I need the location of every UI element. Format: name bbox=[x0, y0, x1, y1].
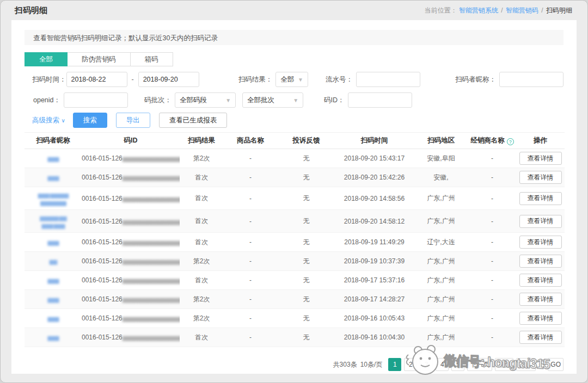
view-detail-button[interactable]: 查看详情 bbox=[519, 192, 562, 205]
view-detail-button[interactable]: 查看详情 bbox=[519, 312, 562, 325]
view-detail-button[interactable]: 查看详情 bbox=[519, 274, 562, 287]
complaint-feedback-cell: 无 bbox=[278, 328, 335, 347]
scanner-nickname-cell[interactable]: ▆▆▆ bbox=[24, 309, 82, 328]
table-row: ▆▆0016-015-126▆▆▆▆▆▆▆▆▆▆▆▆▆▆▆▆▆▆▆▆▆▆第2次-… bbox=[24, 252, 565, 271]
scan-time-cell: 2018-09-16 10:04:30 bbox=[335, 328, 414, 347]
redacted-nickname: ▆▆▆ bbox=[24, 238, 82, 246]
column-header-8: 经销商名称? bbox=[468, 133, 516, 149]
page-button-4[interactable]: 4 bbox=[436, 358, 449, 371]
per-page-size: 10条/页 bbox=[360, 360, 383, 369]
breadcrumb-item[interactable]: 智能营销码 bbox=[506, 7, 538, 14]
search-button[interactable]: 搜索 bbox=[73, 113, 107, 128]
code-id-cell: 0016-015-126▆▆▆▆▆▆▆▆▆▆▆▆▆▆▆▆▆▆▆▆▆▆ bbox=[82, 187, 180, 210]
column-header-5: 投诉反馈 bbox=[278, 133, 335, 149]
openid-input[interactable] bbox=[64, 92, 128, 108]
scanner-nickname-cell[interactable]: ▆▆▆ bbox=[24, 290, 82, 309]
page-button-2[interactable]: 2 bbox=[404, 358, 417, 371]
scanner-nickname-cell[interactable]: ▆▆ bbox=[24, 252, 82, 271]
redacted-nickname: ▆▆▆ bbox=[24, 333, 82, 341]
breadcrumb-item[interactable]: 智能营销系统 bbox=[459, 7, 498, 14]
scan-time-cell: 2018-09-20 15:42:26 bbox=[335, 168, 414, 187]
scanner-nickname-cell[interactable]: ▆▆▆ bbox=[24, 233, 82, 252]
scan-result-cell: 首次 bbox=[180, 210, 223, 233]
view-detail-button[interactable]: 查看详情 bbox=[519, 236, 562, 249]
redacted-text: ▆▆▆ ▆▆▆▆▆ bbox=[38, 192, 68, 199]
page-jump-go-button[interactable]: GO bbox=[548, 358, 564, 371]
code-id-input[interactable] bbox=[348, 92, 412, 108]
scanner-nickname-cell[interactable]: ▆▆▆ bbox=[24, 149, 82, 168]
breadcrumb-separator: / bbox=[540, 7, 545, 14]
table-row: ▆▆▆0016-015-126▆▆▆▆▆▆▆▆▆▆▆▆▆▆▆▆▆▆▆▆▆▆首次-… bbox=[24, 271, 565, 290]
complaint-feedback-cell: 无 bbox=[278, 252, 335, 271]
scan-region-cell: 广东,广州 bbox=[414, 187, 468, 210]
view-detail-button[interactable]: 查看详情 bbox=[519, 152, 562, 165]
action-cell: 查看详情 bbox=[516, 187, 565, 210]
code-id-prefix: 0016-015-126 bbox=[82, 174, 122, 181]
page-button-3[interactable]: 3 bbox=[420, 358, 433, 371]
column-header-1: 扫码者昵称 bbox=[24, 133, 82, 149]
scan-result-cell: 首次 bbox=[180, 168, 223, 187]
scanner-nickname-input[interactable] bbox=[499, 72, 564, 87]
advanced-search-link[interactable]: 高级搜索 ∨ bbox=[32, 116, 65, 125]
page-button-5[interactable]: 5 bbox=[451, 358, 464, 371]
redacted-code-id: ▆▆▆▆▆▆▆▆▆▆▆▆▆▆▆▆▆▆▆▆▆▆ bbox=[122, 316, 180, 322]
view-detail-button[interactable]: 查看详情 bbox=[519, 171, 562, 184]
scan-region-cell: 广东,广州 bbox=[414, 328, 468, 347]
scan-region-cell: 广东,广州 bbox=[414, 252, 468, 271]
view-detail-button[interactable]: 查看详情 bbox=[519, 331, 562, 344]
scanner-nickname-cell[interactable]: ▆▆▆ bbox=[24, 271, 82, 290]
table-row: ▆▆▆0016-015-126▆▆▆▆▆▆▆▆▆▆▆▆▆▆▆▆▆▆▆▆▆▆第2次… bbox=[24, 290, 565, 309]
column-header-7: 扫码地区 bbox=[414, 133, 468, 149]
redacted-nickname: ▆▆▆ bbox=[24, 314, 82, 322]
code-id-prefix: 0016-015-126 bbox=[82, 333, 122, 341]
complaint-feedback-cell: 无 bbox=[278, 168, 335, 187]
code-segment-select[interactable]: 全部码段 ▼ bbox=[175, 92, 236, 108]
scan-result-select[interactable]: 全部 ▼ bbox=[275, 72, 308, 87]
table-row: ▆▆▆0016-015-126▆▆▆▆▆▆▆▆▆▆▆▆▆▆▆▆▆▆▆▆▆▆首次-… bbox=[24, 328, 565, 347]
scanner-nickname-cell[interactable]: ▆▆▆ bbox=[24, 328, 82, 347]
scanner-nickname-cell[interactable]: ▆▆▆ bbox=[24, 168, 82, 187]
complaint-feedback-cell: 无 bbox=[278, 210, 335, 233]
scan-result-cell: 第2次 bbox=[180, 149, 223, 168]
next-page-button[interactable]: 下一页 bbox=[467, 358, 492, 371]
scanner-nickname-cell[interactable]: ▆▆▆ ▆▆▆▆▆▆▆▆▆▆▆▆ bbox=[24, 187, 82, 210]
redacted-text: ▆▆▆ bbox=[47, 277, 58, 284]
code-id-prefix: 0016-015-126 bbox=[82, 155, 122, 162]
redacted-text: ▆▆▆ ▆▆▆ bbox=[42, 222, 65, 229]
tab-all[interactable]: 全部 bbox=[24, 52, 68, 66]
export-button[interactable]: 导出 bbox=[116, 113, 150, 128]
code-id-prefix: 0016-015-126 bbox=[82, 195, 122, 202]
code-id-prefix: 0016-015-126 bbox=[82, 314, 122, 322]
redacted-nickname: ▆▆▆▆▆▆▆ bbox=[24, 199, 82, 206]
redacted-text: ▆▆▆▆▆ ▆▆ bbox=[40, 214, 66, 221]
last-page-button[interactable]: 末页 bbox=[495, 358, 513, 371]
table-row: ▆▆▆0016-015-126▆▆▆▆▆▆▆▆▆▆▆▆▆▆▆▆▆▆▆▆▆▆第2次… bbox=[24, 149, 565, 168]
question-circle-icon[interactable]: ? bbox=[507, 138, 514, 145]
code-id-cell: 0016-015-126▆▆▆▆▆▆▆▆▆▆▆▆▆▆▆▆▆▆▆▆▆▆ bbox=[82, 252, 180, 271]
page-jump-suffix: 页 bbox=[538, 358, 545, 371]
redacted-nickname: ▆▆▆ bbox=[24, 276, 82, 284]
scan-time-from-input[interactable] bbox=[66, 72, 127, 87]
page-button-1[interactable]: 1 bbox=[388, 358, 401, 371]
scan-time-cell: 2018-09-20 15:43:17 bbox=[335, 149, 414, 168]
serial-input[interactable] bbox=[356, 72, 420, 87]
scan-time-to-input[interactable] bbox=[138, 72, 199, 87]
view-generated-reports-button[interactable]: 查看已生成报表 bbox=[159, 113, 228, 128]
page-jump-input[interactable] bbox=[516, 358, 536, 371]
view-detail-button[interactable]: 查看详情 bbox=[519, 293, 562, 306]
view-detail-button[interactable]: 查看详情 bbox=[519, 255, 562, 268]
code-id-prefix: 0016-015-126 bbox=[82, 276, 122, 284]
code-batch-select[interactable]: 全部批次 ▼ bbox=[242, 92, 303, 108]
tab-anti-fake-code[interactable]: 防伪营销码 bbox=[68, 52, 131, 66]
dealer-name-cell: - bbox=[468, 252, 516, 271]
scanner-nickname-cell[interactable]: ▆▆▆▆▆ ▆▆▆▆▆ ▆▆▆ bbox=[24, 210, 82, 233]
product-name-cell: - bbox=[223, 149, 278, 168]
tab-carton-code[interactable]: 箱码 bbox=[131, 52, 173, 66]
column-header-3: 扫码结果 bbox=[180, 133, 223, 149]
view-detail-button[interactable]: 查看详情 bbox=[519, 215, 562, 228]
complaint-feedback-cell: 无 bbox=[278, 149, 335, 168]
date-range-separator: - bbox=[132, 76, 134, 83]
scan-result-label: 扫码结果： bbox=[238, 75, 273, 84]
redacted-code-id: ▆▆▆▆▆▆▆▆▆▆▆▆▆▆▆▆▆▆▆▆▆▆ bbox=[122, 156, 180, 162]
scan-region-cell: 安徽, bbox=[414, 168, 468, 187]
